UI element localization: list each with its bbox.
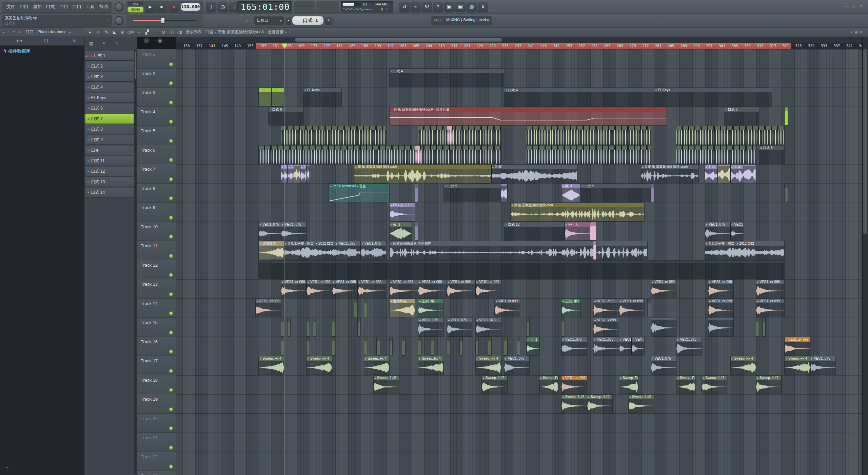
track-enable-led[interactable] xyxy=(170,197,173,200)
clip-VES1..er 099[interactable]: ▸VES1..er 099 xyxy=(307,280,332,298)
clip-sliver[interactable] xyxy=(358,318,360,336)
clip-sliver[interactable] xyxy=(648,299,650,317)
clip-Sweep..4 #2[interactable]: ▸Sweep..4 #2 xyxy=(587,395,612,413)
clip-VES1..er 099[interactable]: ▸VES1..er 099 xyxy=(390,280,418,298)
clip-wave[interactable] xyxy=(294,165,300,183)
track-enable-led[interactable] xyxy=(170,158,173,162)
playlist-corner-icons[interactable]: ▾▣✕ xyxy=(851,27,865,37)
clip-Sweep..Fx 4[interactable]: ▸Sweep..Fx 4 xyxy=(364,356,389,375)
clip-pattern[interactable]: ≡ xyxy=(272,88,278,106)
track-enable-led[interactable] xyxy=(170,331,173,334)
browser-add-button[interactable]: + xyxy=(5,465,8,471)
undo-icon[interactable]: ↺ xyxy=(399,2,410,12)
clip-Sweep..Fx 4[interactable]: ▸Sweep..Fx 4 xyxy=(307,356,332,375)
clip-sliver[interactable] xyxy=(281,318,284,336)
clip-pattern[interactable]: ≡ xyxy=(265,88,271,106)
clip-sliver[interactable] xyxy=(651,184,654,202)
clip-FL Keys[interactable]: ≡FL Keys xyxy=(303,88,341,106)
clip-VEC1..075[interactable]: ▸VEC1..075 xyxy=(731,222,743,241)
track-header-4[interactable]: Track 4... xyxy=(137,107,176,126)
snap-magnet-icon[interactable]: ∩ xyxy=(245,18,249,23)
clip-sliver[interactable] xyxy=(785,107,787,126)
menu-4[interactable]: 口口 xyxy=(58,0,70,14)
track-header-14[interactable]: Track 14... xyxy=(137,299,176,318)
song-mode-button[interactable]: SONG xyxy=(128,7,143,12)
clip-Sweep..4 #2[interactable]: ▸Sweep..4 #2 xyxy=(702,376,727,394)
clip-正刮..果1[interactable]: ▸正刮..果1 xyxy=(561,299,580,317)
clip-sliver[interactable] xyxy=(561,318,564,336)
clip-Sweep..4 #2[interactable]: ▸Sweep..4 #2 xyxy=(374,376,399,394)
track-enable-led[interactable] xyxy=(170,369,173,373)
menu-7[interactable]: 帮助 xyxy=(97,0,110,14)
track-header-11[interactable]: Track 11... xyxy=(137,241,176,260)
clip-VEC1..075[interactable]: ▸VEC1..075 xyxy=(561,337,587,356)
clip-sliver[interactable] xyxy=(415,184,418,202)
track-header-1[interactable]: Track 1... xyxy=(137,49,176,69)
pattern-item-6[interactable]: ≡口式 6 xyxy=(85,103,134,113)
pattern-prev-button[interactable]: ▸ xyxy=(286,16,291,24)
pattern-item-9[interactable]: ≡口式 9 xyxy=(85,135,134,145)
clip-sliver[interactable] xyxy=(763,318,765,336)
clip-VES1..er 099[interactable]: ▸VES1..er 099 xyxy=(756,299,785,317)
clip-chop[interactable] xyxy=(418,126,500,145)
track-header-20[interactable]: Track 20... xyxy=(137,414,176,433)
pattern-item-2[interactable]: ≡口式 2 xyxy=(85,61,134,71)
track-header-16[interactable]: Track 16... xyxy=(137,337,176,356)
track-header-3[interactable]: Track 3... xyxy=(137,88,176,107)
pattern-item-5[interactable]: ≡FL Keys xyxy=(85,93,134,102)
timeline-ruler[interactable]: 1331371411451491531571611651691731771811… xyxy=(176,43,862,49)
clip-chop[interactable] xyxy=(281,126,386,145)
pat-mode-button[interactable]: PAT xyxy=(128,2,143,7)
clip-sliver[interactable] xyxy=(307,337,309,356)
clip-sliver[interactable] xyxy=(418,337,421,356)
patterns-tab-icon[interactable]: ▤ xyxy=(89,41,93,46)
clip-Sweep..Fx 4[interactable]: ▸Sweep..Fx 4 xyxy=(418,356,443,375)
clip-VEC1..075[interactable]: ▸VEC1..075 xyxy=(651,356,676,375)
menu-arrow-icon[interactable]: ▸ xyxy=(86,27,94,37)
clip-sliver[interactable] xyxy=(402,337,405,356)
clip-sliver[interactable] xyxy=(281,337,284,356)
clip-pattern[interactable]: ≡ xyxy=(278,88,284,106)
master-volume-knob[interactable] xyxy=(115,2,123,11)
clip-chop[interactable] xyxy=(676,146,756,164)
track-header-17[interactable]: Track 17... xyxy=(137,356,176,375)
clip-sliver[interactable] xyxy=(460,337,462,356)
menu-3[interactable]: 口式 xyxy=(44,0,57,14)
clip-VES1..er 099[interactable]: ▸VES1..er 099 xyxy=(561,376,587,394)
playlist-v-scrollbar[interactable] xyxy=(863,37,868,475)
playlist-mode-toggle-2[interactable]: ≣ xyxy=(157,38,163,43)
clip-FL Keys[interactable]: ≡FL Keys xyxy=(654,88,772,106)
clip-X 6.太子重 - 附口_x 2012 口口[interactable]: ▸X 6.太子重 - 附口_x 2012 口口 xyxy=(284,241,335,260)
track-enable-led[interactable] xyxy=(170,63,173,66)
clip-wave[interactable] xyxy=(501,184,507,202)
clip-sliver[interactable] xyxy=(476,337,478,356)
clip-X 周..[interactable]: ▸X 周.. xyxy=(492,165,577,183)
mic-icon[interactable]: Ψ xyxy=(422,2,432,12)
playlist-title[interactable]: 播放列表 - 口自 ▸ 周倫 寂寞盈袖昳清秋vocA - 通道音量 ▸ xyxy=(185,27,287,37)
clip-chop[interactable] xyxy=(447,126,453,145)
playback-icon[interactable]: ◫ xyxy=(168,27,175,37)
track-enable-led[interactable] xyxy=(170,235,173,238)
track-header-9[interactable]: Track 9... xyxy=(137,203,176,222)
clip-寂寞盈袖昳清秋 立体和声[interactable]: ▸寂寞盈袖昳清秋 立体和声 xyxy=(390,241,647,260)
track-header-22[interactable]: Track 22... xyxy=(137,452,176,471)
time-display[interactable]: 165:01:00 B:S:T xyxy=(237,1,292,13)
clip-sliver[interactable] xyxy=(390,337,392,356)
clip-VEC1..075[interactable]: ▸VEC1..075 xyxy=(676,337,702,356)
clip-VEC1..075[interactable]: ▸VEC1..075 xyxy=(259,222,281,241)
clip-正..1[interactable]: ▸正..1 xyxy=(527,337,539,356)
effects-icon[interactable]: ✦✦ xyxy=(16,38,23,43)
track-enable-led[interactable] xyxy=(170,216,173,219)
pattern-item-14[interactable]: ≡口式 14 xyxy=(85,188,134,197)
stop-button[interactable]: ■ xyxy=(156,2,166,12)
clip-sliver[interactable] xyxy=(756,318,759,336)
main-pitch-knob[interactable] xyxy=(115,16,123,25)
magnet-icon[interactable]: ∩ xyxy=(95,27,102,37)
playlist-mode-toggle-1[interactable]: ≠ xyxy=(144,38,149,43)
track-header-23[interactable]: Track 23... xyxy=(137,471,176,475)
clip-sliver[interactable] xyxy=(504,337,507,356)
clip-sliver[interactable] xyxy=(517,337,520,356)
clip-VE#..075[interactable]: ▸VE#..075 xyxy=(632,337,644,356)
pattern-item-3[interactable]: ≡口式 3 xyxy=(85,72,134,81)
clip-1..m[interactable]: ▸1..m xyxy=(731,165,743,183)
